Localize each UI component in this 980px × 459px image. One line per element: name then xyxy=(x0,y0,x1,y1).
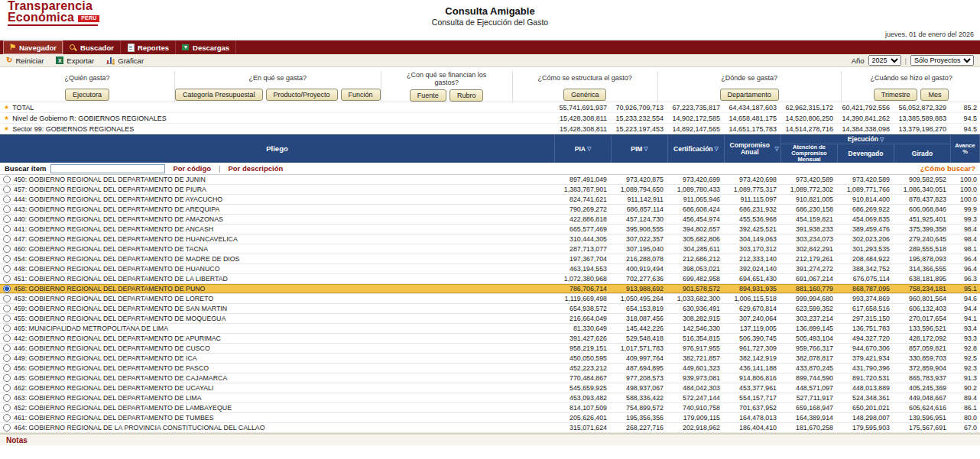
row-radio[interactable] xyxy=(3,225,11,233)
column-header-certificacion[interactable]: Certificación▽ xyxy=(668,135,725,163)
row-radio[interactable] xyxy=(3,235,11,243)
row-radio[interactable] xyxy=(3,176,11,183)
exportar-button[interactable]: XExportar xyxy=(56,57,94,65)
table-row[interactable]: 462: GOBIERNO REGIONAL DEL DEPARTAMENTO … xyxy=(0,383,980,393)
row-radio[interactable] xyxy=(3,364,11,372)
table-row[interactable]: 443: GOBIERNO REGIONAL DEL DEPARTAMENTO … xyxy=(0,205,980,215)
row-radio[interactable] xyxy=(3,275,11,283)
row-radio[interactable] xyxy=(3,315,11,322)
table-row[interactable]: 448: GOBIERNO REGIONAL DEL DEPARTAMENTO … xyxy=(0,264,980,274)
column-header-atencion[interactable]: Atención de Compromiso Mensual xyxy=(781,144,838,163)
query-button-trimestre[interactable]: Trimestre xyxy=(874,89,918,101)
row-radio[interactable] xyxy=(3,186,11,193)
column-header-pia[interactable]: PIA▽ xyxy=(555,135,612,163)
table-row[interactable]: 458: GOBIERNO REGIONAL DEL DEPARTAMENTO … xyxy=(0,284,980,294)
query-button-funci-n[interactable]: Función xyxy=(341,89,381,101)
row-radio[interactable] xyxy=(3,295,11,302)
search-by-code-link[interactable]: Por código xyxy=(173,164,211,173)
nav-tab-descargas[interactable]: Descargas xyxy=(176,40,236,54)
year-select[interactable]: 2025 xyxy=(868,55,901,66)
search-input[interactable] xyxy=(50,164,165,173)
value-cell: 96.4 xyxy=(951,255,980,263)
column-header-girado[interactable]: Girado xyxy=(894,144,951,163)
row-radio[interactable] xyxy=(3,354,11,362)
value-cell: 911,142,911 xyxy=(612,196,668,203)
table-row[interactable]: 446: GOBIERNO REGIONAL DEL DEPARTAMENTO … xyxy=(0,344,980,354)
query-button-departamento[interactable]: Departamento xyxy=(720,89,779,101)
column-header-pim[interactable]: PIM▽ xyxy=(612,135,668,163)
table-row[interactable]: 450: GOBIERNO REGIONAL DEL DEPARTAMENTO … xyxy=(0,175,980,185)
table-row[interactable]: 459: GOBIERNO REGIONAL DEL DEPARTAMENTO … xyxy=(0,304,980,314)
query-button-mes[interactable]: Mes xyxy=(920,89,949,101)
nav-tab-navegador[interactable]: ⚑Navegador xyxy=(3,40,63,54)
table-row[interactable]: 455: GOBIERNO REGIONAL DEL DEPARTAMENTO … xyxy=(0,314,980,324)
table-row[interactable]: 453: GOBIERNO REGIONAL DEL DEPARTAMENTO … xyxy=(0,294,980,304)
row-label: 441: GOBIERNO REGIONAL DEL DEPARTAMENTO … xyxy=(14,225,213,233)
row-radio[interactable] xyxy=(3,285,11,293)
row-radio[interactable] xyxy=(3,344,11,352)
row-label-cell: 450: GOBIERNO REGIONAL DEL DEPARTAMENTO … xyxy=(0,176,555,183)
table-row[interactable]: 457: GOBIERNO REGIONAL DEL DEPARTAMENTO … xyxy=(0,185,980,195)
row-radio[interactable] xyxy=(3,325,11,332)
search-by-desc-link[interactable]: Por descripción xyxy=(228,164,283,173)
query-button-producto-proyecto[interactable]: Producto/Proyecto xyxy=(266,89,338,101)
value-cell: 96.4 xyxy=(951,265,980,273)
table-row[interactable]: 445: GOBIERNO REGIONAL DEL DEPARTAMENTO … xyxy=(0,373,980,383)
projects-select[interactable]: Sólo Proyectos xyxy=(910,55,974,66)
value-cell: 606,068,846 xyxy=(894,205,951,213)
row-radio[interactable] xyxy=(3,305,11,312)
toolbar-separator: | xyxy=(905,57,907,65)
row-radio[interactable] xyxy=(3,265,11,273)
query-button-fuente[interactable]: Fuente xyxy=(410,89,446,102)
row-radio[interactable] xyxy=(3,335,11,342)
table-row[interactable]: 447: GOBIERNO REGIONAL DEL DEPARTAMENTO … xyxy=(0,234,980,244)
query-button-ejecutora[interactable]: Ejecutora xyxy=(65,89,109,101)
column-header-devengado[interactable]: Devengado xyxy=(838,144,894,163)
value-cell: 654,153,819 xyxy=(612,305,668,312)
row-radio[interactable] xyxy=(3,384,11,392)
table-row[interactable]: 441: GOBIERNO REGIONAL DEL DEPARTAMENTO … xyxy=(0,225,980,234)
row-radio[interactable] xyxy=(3,404,11,412)
value-cell: 307,195,040 xyxy=(612,245,668,253)
table-row[interactable]: 449: GOBIERNO REGIONAL DEL DEPARTAMENTO … xyxy=(0,354,980,364)
nav-tab-reportes[interactable]: Reportes xyxy=(121,40,176,54)
value-cell: 90.2 xyxy=(951,384,980,392)
row-radio[interactable] xyxy=(3,245,11,253)
row-label-cell: 454: GOBIERNO REGIONAL DEL DEPARTAMENTO … xyxy=(0,255,555,263)
row-radio[interactable] xyxy=(3,414,11,422)
reiniciar-button[interactable]: ↻Reiniciar xyxy=(6,57,44,65)
table-row[interactable]: 460: GOBIERNO REGIONAL DEL DEPARTAMENTO … xyxy=(0,244,980,254)
row-radio[interactable] xyxy=(3,205,11,213)
nav-tab-buscador[interactable]: Buscador xyxy=(63,40,121,54)
table-row[interactable]: 456: GOBIERNO REGIONAL DEL DEPARTAMENTO … xyxy=(0,364,980,373)
column-header-ejecucion[interactable]: Ejecución▽ xyxy=(781,135,951,144)
value-cell: 868,787,095 xyxy=(838,285,894,293)
row-radio[interactable] xyxy=(3,424,11,432)
row-radio[interactable] xyxy=(3,196,11,203)
column-header-compromiso-anual[interactable]: Compromiso Anual▽ xyxy=(725,135,781,163)
table-row[interactable]: 454: GOBIERNO REGIONAL DEL DEPARTAMENTO … xyxy=(0,254,980,264)
table-row[interactable]: 463: GOBIERNO REGIONAL DEL DEPARTAMENTO … xyxy=(0,393,980,403)
how-to-search-link[interactable]: ¿Cómo buscar? xyxy=(920,164,975,173)
table-row[interactable]: 461: GOBIERNO REGIONAL DEL DEPARTAMENTO … xyxy=(0,413,980,423)
nav-tab-label: Reportes xyxy=(138,44,169,52)
row-radio[interactable] xyxy=(3,215,11,223)
column-header-pliego[interactable]: Pliego xyxy=(0,135,555,163)
table-row[interactable]: 452: GOBIERNO REGIONAL DEL DEPARTAMENTO … xyxy=(0,403,980,413)
table-row[interactable]: 444: GOBIERNO REGIONAL DEL DEPARTAMENTO … xyxy=(0,195,980,205)
table-row[interactable]: 465: MUNICIPALIDAD METROPOLITANA DE LIMA… xyxy=(0,324,980,334)
table-row[interactable]: 464: GOBIERNO REGIONAL DE LA PROVINCIA C… xyxy=(0,423,980,433)
column-header-avance[interactable]: Avance % xyxy=(951,135,980,163)
query-button-rubro[interactable]: Rubro xyxy=(449,89,484,102)
graficar-button[interactable]: Graficar xyxy=(106,57,144,65)
table-row[interactable]: 451: GOBIERNO REGIONAL DEL DEPARTAMENTO … xyxy=(0,274,980,284)
table-row[interactable]: 442: GOBIERNO REGIONAL DEL DEPARTAMENTO … xyxy=(0,334,980,344)
row-radio[interactable] xyxy=(3,255,11,263)
query-button-gen-rica[interactable]: Genérica xyxy=(563,89,607,101)
query-button-categor-a-presupuestal[interactable]: Categoría Presupuestal xyxy=(175,89,263,101)
row-radio[interactable] xyxy=(3,374,11,382)
row-radio[interactable] xyxy=(3,394,11,402)
table-row[interactable]: 440: GOBIERNO REGIONAL DEL DEPARTAMENTO … xyxy=(0,215,980,225)
row-label-cell: 445: GOBIERNO REGIONAL DEL DEPARTAMENTO … xyxy=(0,374,555,382)
value-cell: 659,168,947 xyxy=(781,404,838,412)
